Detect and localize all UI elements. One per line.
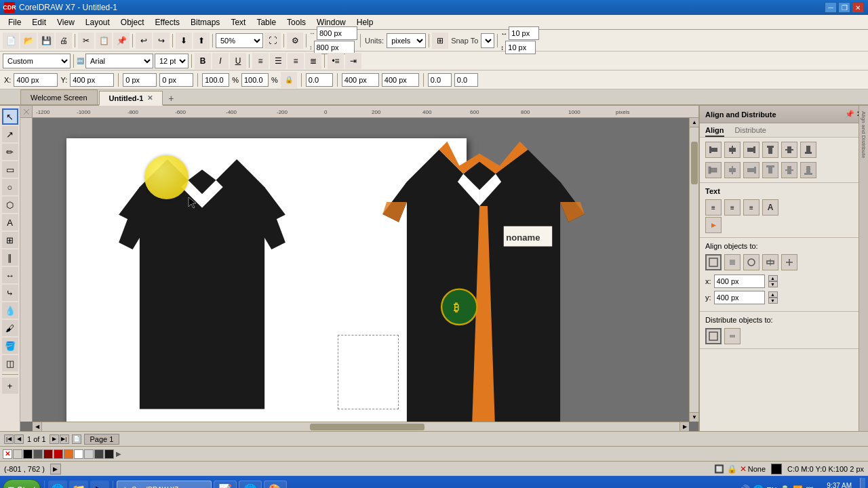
pos-y-input[interactable]: [382, 73, 419, 87]
align-center-button[interactable]: ☰: [270, 53, 286, 69]
redo-button[interactable]: ↪: [153, 33, 170, 49]
text-align-1-button[interactable]: ≡: [705, 199, 722, 216]
indent-button[interactable]: ⇥: [345, 53, 361, 69]
tool-eyedropper[interactable]: 💧: [2, 302, 18, 319]
tab-welcome[interactable]: Welcome Screen: [20, 89, 98, 104]
paste-button[interactable]: 📌: [113, 33, 130, 49]
tool-parallel[interactable]: ∥: [2, 249, 18, 266]
options-button[interactable]: ⚙: [287, 33, 303, 49]
restore-button[interactable]: ❐: [838, 2, 850, 13]
text-align-4-button[interactable]: A: [762, 199, 778, 216]
align-x-input[interactable]: [714, 274, 765, 288]
align-page-center-h-button[interactable]: [724, 162, 741, 178]
canvas-area[interactable]: -1200 -1000 -800 -600 -400 -200 0 200 40…: [20, 106, 698, 431]
width-input[interactable]: [123, 73, 157, 87]
snap-dropdown[interactable]: [481, 33, 494, 48]
lang-indicator[interactable]: EN: [766, 486, 776, 489]
align-left-edge-button[interactable]: [705, 142, 722, 158]
align-x-down-button[interactable]: ▼: [768, 281, 778, 287]
minimize-button[interactable]: ─: [825, 2, 837, 13]
dist-obj-1-button[interactable]: [705, 328, 722, 344]
align-page-right-button[interactable]: [743, 162, 760, 178]
palette-swatch-red1[interactable]: [43, 449, 53, 459]
taskbar-chrome-button[interactable]: 🌐: [239, 481, 262, 489]
tool-freehand[interactable]: ✏: [2, 144, 18, 160]
page-next-button[interactable]: ▶: [50, 434, 59, 444]
palette-swatch-black2[interactable]: [104, 449, 114, 459]
import-button[interactable]: ⬇: [176, 33, 192, 49]
align-y-up-button[interactable]: ▲: [768, 291, 778, 298]
palette-swatch-white[interactable]: [74, 449, 83, 459]
text-align-3-button[interactable]: ≡: [743, 199, 760, 216]
open-button[interactable]: 📂: [20, 33, 37, 49]
align-center-h-button[interactable]: [724, 142, 741, 158]
tool-transparency[interactable]: ◫: [2, 355, 18, 371]
menu-tools[interactable]: Tools: [281, 16, 311, 28]
hscroll-right-btn[interactable]: ▶: [679, 422, 689, 432]
show-desktop-button[interactable]: [860, 478, 865, 489]
tab-add-button[interactable]: +: [164, 92, 178, 104]
menu-bitmaps[interactable]: Bitmaps: [185, 16, 225, 28]
save-button[interactable]: 💾: [38, 33, 54, 49]
menu-edit[interactable]: Edit: [26, 16, 52, 28]
align-left-button[interactable]: ≡: [252, 53, 269, 69]
expand-button[interactable]: ▶: [50, 464, 61, 474]
tool-subselect[interactable]: ↗: [2, 126, 18, 142]
underline-button[interactable]: U: [230, 53, 246, 69]
palette-swatch-black[interactable]: [23, 449, 33, 459]
page-type-dropdown[interactable]: CustomLetterA4: [3, 54, 71, 68]
tool-polygon[interactable]: ⬡: [2, 197, 18, 213]
align-page-left-button[interactable]: [705, 162, 722, 178]
tool-paint[interactable]: 🖌: [2, 320, 18, 336]
vscroll-down-btn[interactable]: ▼: [690, 412, 698, 422]
menu-view[interactable]: View: [52, 16, 80, 28]
nudge-h-input[interactable]: [509, 26, 539, 40]
tool-table[interactable]: ⊞: [2, 232, 18, 248]
undo-button[interactable]: ↩: [136, 33, 152, 49]
snap-to-button[interactable]: ⊞: [432, 33, 448, 49]
tool-plus[interactable]: +: [2, 378, 18, 394]
page-name-tab[interactable]: Page 1: [84, 434, 120, 445]
menu-object[interactable]: Object: [115, 16, 150, 28]
new-button[interactable]: 📄: [3, 33, 19, 49]
tab-close-icon[interactable]: ✕: [147, 94, 153, 102]
menu-effects[interactable]: Effects: [150, 16, 185, 28]
taskbar-wmp-button[interactable]: ▶: [90, 481, 109, 489]
cut-button[interactable]: ✂: [78, 33, 94, 49]
vscroll-thumb[interactable]: [691, 142, 698, 184]
taskbar-npp-button[interactable]: 📝: [214, 481, 237, 489]
tool-fill[interactable]: 🪣: [2, 338, 18, 354]
palette-swatch-x[interactable]: [13, 449, 22, 459]
start-button[interactable]: ⊞ Start: [3, 479, 41, 489]
justify-button[interactable]: ≣: [305, 53, 321, 69]
align-y-input[interactable]: [714, 291, 765, 304]
hscroll-track[interactable]: [43, 424, 678, 430]
panel-pin-button[interactable]: 📌: [845, 110, 854, 119]
tool-text[interactable]: A: [2, 214, 18, 230]
align-top-edge-button[interactable]: [762, 142, 778, 158]
skew-y-input[interactable]: [454, 73, 478, 87]
page-first-button[interactable]: |◀: [4, 434, 14, 444]
hscroll-thumb[interactable]: [310, 424, 424, 430]
vscroll-up-btn[interactable]: ▲: [690, 118, 698, 127]
hscroll-left-btn[interactable]: ◀: [33, 422, 42, 432]
text-align-5-button[interactable]: ▶: [705, 217, 722, 233]
align-x-up-button[interactable]: ▲: [768, 275, 778, 281]
align-center-v-button[interactable]: [781, 142, 797, 158]
menu-file[interactable]: File: [3, 16, 26, 28]
align-obj-1-button[interactable]: [705, 254, 722, 270]
nudge-v-input[interactable]: [505, 41, 536, 54]
y-input[interactable]: [70, 73, 114, 87]
taskbar-coreldraw-button[interactable]: ✦ CorelDRAW X7: [117, 481, 212, 489]
units-dropdown[interactable]: pixelsinchesmm: [387, 33, 426, 48]
align-obj-2-button[interactable]: [724, 254, 741, 270]
align-obj-4-button[interactable]: [762, 254, 778, 270]
menu-text[interactable]: Text: [225, 16, 251, 28]
palette-swatch-darkgray2[interactable]: [94, 449, 104, 459]
strip-btn-1[interactable]: Align and Distribute: [861, 111, 867, 158]
angle-input[interactable]: [306, 73, 333, 87]
copy-button[interactable]: 📋: [96, 33, 112, 49]
tool-select[interactable]: ↖: [2, 108, 18, 125]
export-button[interactable]: ⬆: [193, 33, 210, 49]
height-input[interactable]: [159, 73, 193, 87]
